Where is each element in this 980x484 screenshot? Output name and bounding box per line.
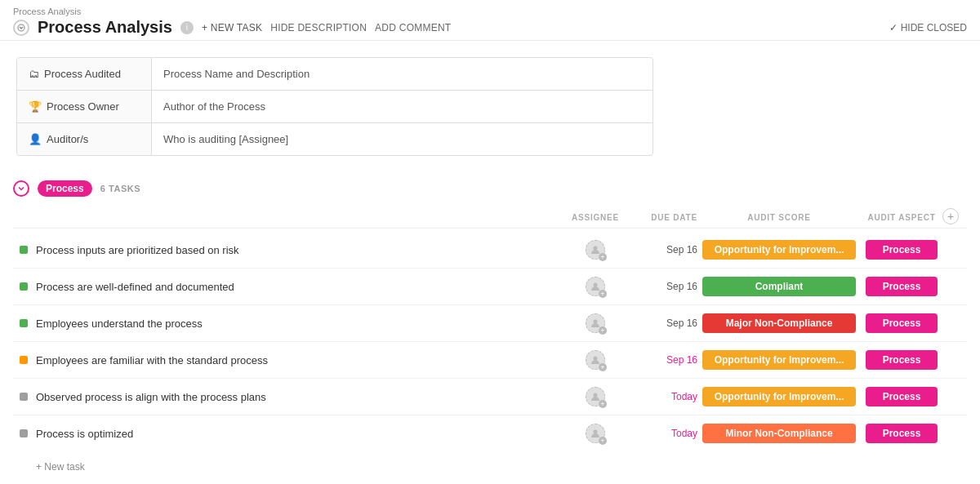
task-status-dot	[20, 282, 28, 291]
col-header-audit-score: AUDIT SCORE	[697, 211, 861, 223]
due-date: Sep 16	[632, 354, 697, 366]
assignee-avatar[interactable]: +	[559, 240, 632, 260]
audit-aspect-cell[interactable]: Process	[861, 347, 942, 373]
info-value-process-audited[interactable]: Process Name and Description	[152, 58, 653, 90]
audit-aspect-cell[interactable]: Process	[861, 384, 942, 410]
new-task-inline-button[interactable]: + New task	[36, 458, 85, 476]
info-value-auditors[interactable]: Who is auditing [Assignee]	[152, 123, 653, 155]
due-date: Today	[632, 391, 697, 402]
avatar-add-icon: +	[599, 253, 607, 261]
audit-aspect-badge: Process	[866, 240, 938, 260]
task-status-dot	[20, 429, 28, 437]
svg-point-5	[594, 393, 598, 397]
header: Process Analysis Process Analysis i + NE…	[0, 0, 980, 41]
info-row-process-owner: 🏆 Process Owner Author of the Process	[17, 91, 653, 123]
avatar-circle[interactable]: +	[586, 387, 605, 406]
due-date: Sep 16	[632, 244, 697, 255]
tasks-count: 6 TASKS	[100, 184, 141, 193]
svg-point-2	[594, 283, 598, 287]
task-name[interactable]: Process are well-defined and documented	[36, 281, 559, 293]
hide-closed-button[interactable]: ✓ HIDE CLOSED	[889, 22, 967, 33]
audit-aspect-badge: Process	[866, 313, 938, 333]
task-status-dot	[20, 319, 28, 327]
task-name[interactable]: Observed process is align with the proce…	[36, 391, 559, 403]
due-date: Today	[632, 428, 697, 439]
audit-score-cell[interactable]: Opportunity for Improvem...	[697, 347, 861, 373]
svg-point-1	[594, 246, 598, 251]
header-row: Process Analysis i + NEW TASK HIDE DESCR…	[13, 18, 967, 37]
task-name[interactable]: Employees understand the process	[36, 317, 559, 330]
audit-aspect-badge: Process	[866, 277, 938, 296]
task-name[interactable]: Process is optimized	[36, 428, 559, 440]
audit-score-cell[interactable]: Opportunity for Improvem...	[697, 237, 861, 263]
task-row: Observed process is align with the proce…	[13, 379, 967, 415]
audit-aspect-cell[interactable]: Process	[861, 237, 942, 263]
auditors-emoji: 👤	[29, 133, 42, 145]
breadcrumb: Process Analysis	[13, 7, 967, 16]
task-row: Process are well-defined and documented …	[13, 269, 967, 305]
avatar-add-icon: +	[599, 437, 607, 445]
info-label-process-owner: 🏆 Process Owner	[17, 91, 152, 122]
process-audited-emoji: 🗂	[29, 68, 39, 80]
col-header-add: +	[942, 208, 967, 224]
col-header-due-date: DUE DATE	[632, 211, 697, 223]
avatar-circle[interactable]: +	[586, 277, 605, 296]
assignee-avatar[interactable]: +	[559, 277, 632, 296]
page-title: Process Analysis	[38, 18, 172, 37]
new-task-button[interactable]: + NEW TASK	[202, 22, 262, 33]
audit-aspect-badge: Process	[866, 424, 938, 443]
section-toggle-button[interactable]	[13, 180, 29, 197]
info-icon[interactable]: i	[180, 21, 194, 34]
avatar-add-icon: +	[599, 400, 607, 408]
info-value-process-owner[interactable]: Author of the Process	[152, 91, 653, 122]
task-row: Process inputs are prioritized based on …	[13, 232, 967, 269]
task-name[interactable]: Process inputs are prioritized based on …	[36, 244, 559, 256]
audit-score-badge: Minor Non-Compliance	[702, 424, 856, 443]
checkmark-icon: ✓	[889, 22, 898, 33]
col-header-assignee: ASSIGNEE	[559, 211, 632, 223]
avatar-circle[interactable]: +	[586, 313, 605, 333]
assignee-avatar[interactable]: +	[559, 313, 632, 333]
task-name[interactable]: Employees are familiar with the standard…	[36, 354, 559, 366]
process-tag: Process	[38, 180, 92, 197]
audit-score-cell[interactable]: Minor Non-Compliance	[697, 420, 861, 446]
audit-aspect-badge: Process	[866, 387, 938, 406]
collapse-toggle-icon[interactable]	[13, 20, 29, 36]
task-status-dot	[20, 246, 28, 254]
task-row: Employees are familiar with the standard…	[13, 342, 967, 379]
add-column-icon[interactable]: +	[942, 208, 959, 224]
avatar-circle[interactable]: +	[586, 350, 605, 370]
avatar-add-icon: +	[599, 326, 607, 335]
column-headers: ASSIGNEE DUE DATE AUDIT SCORE AUDIT ASPE…	[13, 205, 967, 229]
audit-score-badge: Opportunity for Improvem...	[702, 350, 856, 370]
audit-aspect-cell[interactable]: Process	[861, 273, 942, 300]
audit-score-cell[interactable]: Opportunity for Improvem...	[697, 384, 861, 410]
info-row-process-audited: 🗂 Process Audited Process Name and Descr…	[17, 58, 653, 91]
avatar-circle[interactable]: +	[586, 240, 605, 260]
avatar-circle[interactable]: +	[586, 424, 605, 443]
task-status-dot	[20, 393, 28, 401]
audit-score-badge: Opportunity for Improvem...	[702, 387, 856, 406]
svg-point-4	[594, 357, 598, 361]
task-list: Process inputs are prioritized based on …	[13, 232, 967, 451]
audit-score-badge: Major Non-Compliance	[702, 313, 856, 333]
col-header-audit-aspect: AUDIT ASPECT	[861, 211, 942, 223]
hide-description-button[interactable]: HIDE DESCRIPTION	[270, 22, 367, 33]
task-row: Process is optimized + Today Minor Non-C…	[13, 415, 967, 451]
header-left: Process Analysis i + NEW TASK HIDE DESCR…	[13, 18, 451, 37]
audit-aspect-badge: Process	[866, 350, 938, 370]
task-status-dot	[20, 356, 28, 364]
assignee-avatar[interactable]: +	[559, 424, 632, 443]
audit-score-cell[interactable]: Major Non-Compliance	[697, 310, 861, 336]
add-comment-button[interactable]: ADD COMMENT	[375, 22, 451, 33]
assignee-avatar[interactable]: +	[559, 387, 632, 406]
due-date: Sep 16	[632, 317, 697, 329]
audit-aspect-cell[interactable]: Process	[861, 420, 942, 446]
process-owner-emoji: 🏆	[29, 100, 42, 113]
audit-aspect-cell[interactable]: Process	[861, 310, 942, 336]
svg-point-6	[594, 430, 598, 434]
audit-score-cell[interactable]: Compliant	[697, 273, 861, 300]
due-date: Sep 16	[632, 281, 697, 292]
info-label-auditors: 👤 Auditor/s	[17, 123, 152, 155]
assignee-avatar[interactable]: +	[559, 350, 632, 370]
